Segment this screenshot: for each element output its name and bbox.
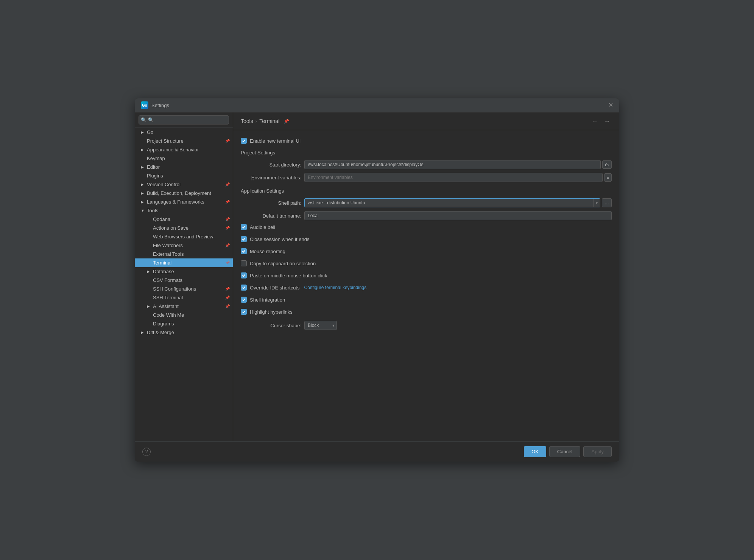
default-tab-name-input[interactable] [304,211,612,220]
sidebar-item-diff-merge[interactable]: ▶ Diff & Merge [135,328,233,337]
shell-integration-row: Shell integration [241,297,612,303]
sidebar-item-ai-assistant[interactable]: ▶ AI Assistant 📌 [135,302,233,311]
window-title: Settings [151,103,169,108]
breadcrumb-separator: › [255,118,257,124]
shell-path-dropdown-button[interactable]: ▾ [593,199,600,207]
start-directory-row: Start directory: 🗁 [241,160,612,169]
environment-variables-input-wrap: ≡ [304,173,612,182]
enable-terminal-ui-label: Enable new terminal UI [250,138,301,144]
pin-icon: 📌 [225,287,230,291]
close-session-label: Close session when it ends [250,236,310,242]
environment-variables-label: Environment variables: [241,175,301,180]
sidebar-item-qodana[interactable]: Qodana 📌 [135,215,233,224]
pin-icon: 📌 [225,296,230,300]
start-directory-label: Start directory: [241,162,301,168]
sidebar-item-terminal[interactable]: Terminal 📌 [135,258,233,267]
close-session-row: Close session when it ends [241,236,612,242]
shell-integration-label: Shell integration [250,297,285,303]
sidebar-item-appearance-behavior[interactable]: ▶ Appearance & Behavior [135,145,233,154]
title-bar-left: Go Settings [141,101,169,109]
enable-terminal-ui-checkbox[interactable] [241,138,247,144]
sidebar-item-ssh-terminal[interactable]: SSH Terminal 📌 [135,293,233,302]
chevron-right-icon: ▶ [141,330,145,334]
chevron-right-icon: ▶ [141,148,145,152]
title-bar: Go Settings ✕ [135,98,619,112]
start-directory-input[interactable] [304,160,601,169]
audible-bell-row: Audible bell [241,224,612,230]
cancel-button[interactable]: Cancel [549,446,580,457]
nav-arrows: ← → [590,117,612,125]
dialog-body: 🔍 ▶ Go Project Structure 📌 ▶ [135,112,619,441]
enable-terminal-ui-row: Enable new terminal UI [241,138,612,144]
override-ide-shortcuts-label: Override IDE shortcuts [250,285,300,291]
sidebar-item-csv-formats[interactable]: CSV Formats [135,276,233,285]
sidebar-item-keymap[interactable]: Keymap [135,154,233,163]
search-wrap: 🔍 [139,115,229,124]
sidebar-item-external-tools[interactable]: External Tools [135,250,233,258]
pin-icon: 📌 [225,182,230,187]
shell-path-input-wrap: ▾ … [304,198,612,207]
search-icon: 🔍 [141,117,146,123]
sidebar-nav: ▶ Go Project Structure 📌 ▶ Appearance & … [135,128,233,441]
close-button[interactable]: ✕ [608,102,613,108]
apply-button[interactable]: Apply [583,446,612,457]
shell-path-row: Shell path: ▾ … [241,198,612,207]
sidebar-item-project-structure[interactable]: Project Structure 📌 [135,137,233,145]
sidebar-item-file-watchers[interactable]: File Watchers 📌 [135,241,233,250]
paste-middle-mouse-checkbox[interactable] [241,272,247,278]
paste-middle-mouse-row: Paste on middle mouse button click [241,272,612,278]
chevron-down-icon: ▼ [141,208,145,213]
cursor-shape-select[interactable]: Block Underline Beam [304,321,337,330]
start-directory-browse-button[interactable]: 🗁 [602,160,612,169]
audible-bell-checkbox[interactable] [241,224,247,230]
ok-button[interactable]: OK [524,446,546,457]
shell-path-browse-button[interactable]: … [602,198,612,207]
sidebar: 🔍 ▶ Go Project Structure 📌 ▶ [135,112,233,441]
search-input[interactable] [139,115,229,124]
chevron-right-icon: ▶ [141,200,145,204]
start-directory-input-wrap: 🗁 [304,160,612,169]
close-session-checkbox[interactable] [241,236,247,242]
highlight-hyperlinks-label: Highlight hyperlinks [250,309,293,315]
shell-path-combo: ▾ [304,198,600,207]
shell-path-input[interactable] [305,199,593,207]
pin-icon: 📌 [225,243,230,247]
nav-forward-button[interactable]: → [603,117,612,125]
sidebar-item-diagrams[interactable]: Diagrams [135,319,233,328]
override-ide-shortcuts-row: Override IDE shortcuts Configure termina… [241,285,612,291]
copy-clipboard-checkbox[interactable] [241,260,247,266]
chevron-right-icon: ▶ [141,182,145,187]
sidebar-item-version-control[interactable]: ▶ Version Control 📌 [135,180,233,189]
sidebar-item-go[interactable]: ▶ Go [135,128,233,137]
default-tab-name-row: Default tab name: [241,211,612,220]
sidebar-item-ssh-configurations[interactable]: SSH Configurations 📌 [135,285,233,293]
paste-middle-mouse-label: Paste on middle mouse button click [250,273,327,278]
search-box: 🔍 [135,112,233,128]
nav-back-button[interactable]: ← [590,117,600,125]
copy-clipboard-row: Copy to clipboard on selection [241,260,612,266]
sidebar-item-database[interactable]: ▶ Database [135,267,233,276]
chevron-right-icon: ▶ [141,165,145,169]
environment-variables-input[interactable] [304,173,603,182]
highlight-hyperlinks-row: Highlight hyperlinks [241,309,612,315]
mouse-reporting-checkbox[interactable] [241,248,247,254]
audible-bell-label: Audible bell [250,224,275,230]
shell-integration-checkbox[interactable] [241,297,247,303]
sidebar-item-languages-frameworks[interactable]: ▶ Languages & Frameworks 📌 [135,198,233,206]
app-icon: Go [141,101,148,109]
sidebar-item-actions-on-save[interactable]: Actions on Save 📌 [135,224,233,232]
configure-keybindings-link[interactable]: Configure terminal keybindings [304,285,367,290]
shell-path-label: Shell path: [241,200,301,206]
main-header: Tools › Terminal 📌 ← → [233,112,619,130]
sidebar-item-editor[interactable]: ▶ Editor [135,163,233,171]
sidebar-item-code-with-me[interactable]: Code With Me [135,311,233,319]
sidebar-item-web-browsers-preview[interactable]: Web Browsers and Preview [135,232,233,241]
help-button[interactable]: ? [142,448,151,456]
sidebar-item-build-execution-deployment[interactable]: ▶ Build, Execution, Deployment [135,189,233,198]
sidebar-item-plugins[interactable]: Plugins [135,171,233,180]
highlight-hyperlinks-checkbox[interactable] [241,309,247,315]
environment-variables-browse-button[interactable]: ≡ [604,173,612,182]
breadcrumb-current: Terminal [259,118,279,124]
sidebar-item-tools[interactable]: ▼ Tools [135,206,233,215]
override-ide-shortcuts-checkbox[interactable] [241,285,247,291]
